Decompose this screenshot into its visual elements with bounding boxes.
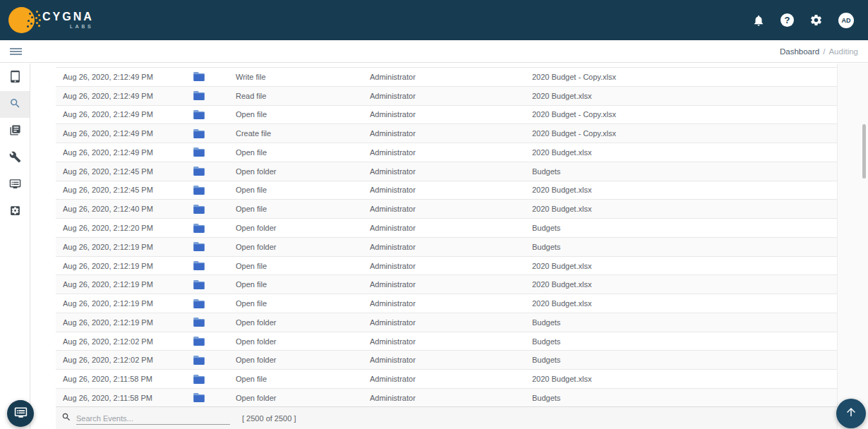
search-events-input[interactable]: [76, 412, 230, 425]
scroll-to-top-button[interactable]: [836, 399, 866, 428]
notifications-bell-icon[interactable]: [752, 14, 765, 27]
table-row[interactable]: Aug 26, 2020, 2:12:49 PM Open file Admin…: [56, 106, 837, 125]
user-avatar[interactable]: AD: [838, 13, 854, 28]
table-row[interactable]: Aug 26, 2020, 2:12:49 PM Open file Admin…: [56, 143, 837, 162]
hamburger-menu-icon[interactable]: [10, 47, 22, 56]
table-row[interactable]: Aug 26, 2020, 2:12:19 PM Open file Admin…: [56, 294, 837, 313]
event-user: Administrator: [370, 186, 532, 194]
folder-icon: [193, 299, 236, 308]
breadcrumb-dashboard[interactable]: Dashboard: [780, 47, 819, 56]
event-timestamp: Aug 26, 2020, 2:12:49 PM: [63, 148, 193, 157]
scrollbar-track: [837, 64, 868, 429]
event-action: Open folder: [236, 337, 370, 346]
event-target: Budgets: [532, 167, 837, 176]
event-timestamp: Aug 26, 2020, 2:12:02 PM: [63, 356, 193, 364]
event-action: Create file: [236, 129, 370, 138]
event-action: Open folder: [236, 167, 370, 176]
event-action: Open file: [236, 205, 370, 213]
event-user: Administrator: [370, 337, 532, 346]
header-actions: ? AD: [752, 13, 854, 28]
event-user: Administrator: [370, 356, 532, 364]
event-action: Open folder: [236, 243, 370, 251]
event-timestamp: Aug 26, 2020, 2:12:49 PM: [63, 110, 193, 119]
event-timestamp: Aug 26, 2020, 2:12:02 PM: [63, 337, 193, 346]
event-user: Administrator: [370, 92, 532, 100]
gear-box-icon: [9, 205, 21, 219]
event-action: Open folder: [236, 318, 370, 327]
table-row[interactable]: Aug 26, 2020, 2:12:40 PM Open file Admin…: [56, 200, 837, 219]
table-row[interactable]: Aug 26, 2020, 2:12:19 PM Open folder Adm…: [56, 238, 837, 257]
event-user: Administrator: [370, 299, 532, 308]
search-bar: [ 2500 of 2500 ]: [56, 406, 837, 429]
event-timestamp: Aug 26, 2020, 2:12:40 PM: [63, 205, 193, 213]
table-row[interactable]: Aug 26, 2020, 2:12:49 PM Read file Admin…: [56, 87, 837, 106]
folder-icon: [193, 318, 236, 327]
table-row[interactable]: Aug 26, 2020, 2:12:02 PM Open folder Adm…: [56, 351, 837, 370]
table-row[interactable]: Aug 26, 2020, 2:12:45 PM Open file Admin…: [56, 181, 837, 200]
app-window: CYGNA LABS ? AD Dashboard / Au: [0, 0, 868, 429]
table-row[interactable]: Aug 26, 2020, 2:12:19 PM Open file Admin…: [56, 275, 837, 294]
event-user: Administrator: [370, 280, 532, 289]
event-target: Budgets: [532, 394, 837, 402]
folder-icon: [193, 261, 236, 270]
table-row[interactable]: Aug 26, 2020, 2:12:45 PM Open folder Adm…: [56, 162, 837, 181]
result-count: [ 2500 of 2500 ]: [242, 414, 296, 423]
help-icon[interactable]: ?: [780, 13, 794, 27]
logo-orange-moon-icon: [8, 7, 35, 33]
table-row[interactable]: Aug 26, 2020, 2:12:19 PM Open folder Adm…: [56, 313, 837, 332]
table-row[interactable]: Aug 26, 2020, 2:12:20 PM Open folder Adm…: [56, 219, 837, 238]
settings-gear-icon[interactable]: [809, 13, 823, 27]
sidebar-item-reports[interactable]: [0, 118, 30, 145]
search-icon: [9, 97, 21, 112]
event-user: Administrator: [370, 205, 532, 213]
table-row[interactable]: Aug 26, 2020, 2:11:58 PM Open file Admin…: [56, 370, 837, 389]
sidebar-item-app-settings[interactable]: [0, 198, 30, 225]
event-action: Open file: [236, 299, 370, 308]
event-timestamp: Aug 26, 2020, 2:12:19 PM: [63, 243, 193, 251]
event-action: Open file: [236, 186, 370, 194]
event-target: 2020 Budget.xlsx: [532, 262, 837, 270]
event-user: Administrator: [370, 394, 532, 402]
tablet-icon: [9, 71, 21, 85]
event-target: 2020 Budget - Copy.xlsx: [532, 129, 837, 138]
folder-icon: [193, 280, 236, 289]
event-user: Administrator: [370, 262, 532, 270]
breadcrumb-toolbar: Dashboard / Auditing: [0, 40, 868, 63]
sidebar-item-devices[interactable]: [0, 64, 30, 91]
sidebar-item-search-audit[interactable]: [0, 91, 30, 118]
event-action: Open file: [236, 375, 370, 383]
event-action: Write file: [236, 73, 370, 81]
vertical-scrollbar[interactable]: [862, 124, 866, 179]
event-timestamp: Aug 26, 2020, 2:12:45 PM: [63, 167, 193, 176]
event-target: Budgets: [532, 356, 837, 364]
table-row[interactable]: Aug 26, 2020, 2:12:19 PM Open file Admin…: [56, 257, 837, 276]
event-timestamp: Aug 26, 2020, 2:11:58 PM: [63, 394, 193, 402]
event-target: 2020 Budget.xlsx: [532, 375, 837, 383]
sidebar-item-console[interactable]: [0, 171, 30, 198]
event-user: Administrator: [370, 224, 532, 232]
table-row[interactable]: Aug 26, 2020, 2:12:49 PM Write file Admi…: [56, 68, 837, 87]
event-action: Open folder: [236, 394, 370, 402]
dvr-icon: [9, 178, 21, 193]
event-timestamp: Aug 26, 2020, 2:12:19 PM: [63, 280, 193, 289]
event-action: Read file: [236, 92, 370, 100]
help-glyph: ?: [780, 13, 794, 27]
folder-icon: [193, 72, 236, 81]
folder-icon: [193, 110, 236, 119]
event-target: 2020 Budget.xlsx: [532, 186, 837, 194]
table-row[interactable]: Aug 26, 2020, 2:11:58 PM Open folder Adm…: [56, 389, 837, 408]
event-timestamp: Aug 26, 2020, 2:11:58 PM: [63, 375, 193, 383]
support-widget-button[interactable]: [7, 400, 34, 427]
event-target: Budgets: [532, 243, 837, 251]
search-icon: [61, 412, 71, 425]
event-user: Administrator: [370, 318, 532, 327]
sidebar-nav: [0, 64, 30, 429]
breadcrumb-auditing: Auditing: [828, 47, 858, 56]
event-action: Open file: [236, 110, 370, 119]
table-row[interactable]: Aug 26, 2020, 2:12:49 PM Create file Adm…: [56, 124, 837, 143]
table-row[interactable]: Aug 26, 2020, 2:12:02 PM Open folder Adm…: [56, 332, 837, 351]
folder-icon: [193, 91, 236, 100]
event-target: 2020 Budget - Copy.xlsx: [532, 110, 837, 119]
sidebar-item-tools[interactable]: [0, 145, 30, 171]
event-target: 2020 Budget.xlsx: [532, 148, 837, 157]
